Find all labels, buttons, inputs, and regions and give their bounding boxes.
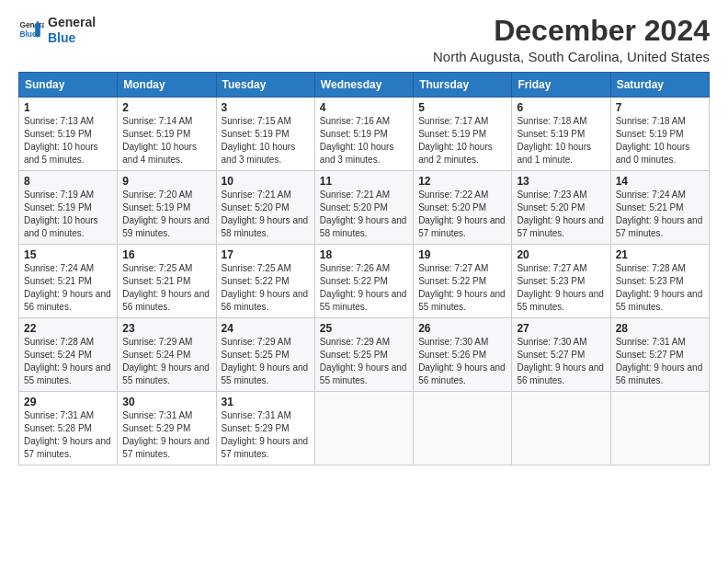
- day-number: 28: [616, 322, 704, 335]
- calendar-cell: 4Sunrise: 7:16 AMSunset: 5:19 PMDaylight…: [314, 98, 413, 171]
- logo-icon: General Blue: [18, 17, 44, 43]
- day-detail: Sunrise: 7:31 AMSunset: 5:29 PMDaylight:…: [222, 409, 310, 461]
- sunset-text: Sunset: 5:20 PM: [320, 201, 408, 214]
- day-detail: Sunrise: 7:31 AMSunset: 5:27 PMDaylight:…: [616, 336, 704, 387]
- header-thursday: Thursday: [414, 73, 512, 98]
- daylight-text: Daylight: 9 hours and 55 minutes.: [517, 288, 605, 314]
- daylight-text: Daylight: 9 hours and 55 minutes.: [320, 288, 408, 314]
- calendar-week-3: 15Sunrise: 7:24 AMSunset: 5:21 PMDayligh…: [19, 245, 710, 318]
- logo: General Blue GeneralBlue: [18, 15, 96, 46]
- sunset-text: Sunset: 5:29 PM: [122, 422, 210, 435]
- calendar-cell: 7Sunrise: 7:18 AMSunset: 5:19 PMDaylight…: [610, 98, 709, 171]
- calendar-cell: 31Sunrise: 7:31 AMSunset: 5:29 PMDayligh…: [216, 392, 314, 465]
- calendar-table: Sunday Monday Tuesday Wednesday Thursday…: [18, 72, 710, 465]
- sunrise-text: Sunrise: 7:29 AM: [222, 336, 310, 349]
- calendar-cell: 27Sunrise: 7:30 AMSunset: 5:27 PMDayligh…: [512, 318, 610, 392]
- sunrise-text: Sunrise: 7:29 AM: [320, 336, 408, 349]
- day-detail: Sunrise: 7:15 AMSunset: 5:19 PMDaylight:…: [222, 115, 310, 167]
- day-number: 26: [418, 322, 506, 335]
- sunrise-text: Sunrise: 7:21 AM: [222, 189, 310, 201]
- calendar-cell: 9Sunrise: 7:20 AMSunset: 5:19 PMDaylight…: [118, 171, 216, 245]
- day-detail: Sunrise: 7:25 AMSunset: 5:22 PMDaylight:…: [222, 262, 310, 314]
- sunrise-text: Sunrise: 7:31 AM: [24, 409, 112, 422]
- sunrise-text: Sunrise: 7:27 AM: [517, 262, 605, 275]
- sunset-text: Sunset: 5:19 PM: [122, 201, 210, 214]
- svg-text:Blue: Blue: [19, 29, 36, 39]
- daylight-text: Daylight: 9 hours and 55 minutes.: [418, 288, 506, 314]
- sunrise-text: Sunrise: 7:31 AM: [616, 336, 704, 349]
- calendar-week-1: 1Sunrise: 7:13 AMSunset: 5:19 PMDaylight…: [19, 98, 710, 171]
- sunset-text: Sunset: 5:20 PM: [418, 201, 506, 214]
- day-number: 24: [222, 322, 310, 335]
- sunrise-text: Sunrise: 7:23 AM: [517, 189, 605, 201]
- sunset-text: Sunset: 5:23 PM: [616, 275, 704, 288]
- sunrise-text: Sunrise: 7:22 AM: [418, 189, 506, 201]
- sunset-text: Sunset: 5:19 PM: [320, 128, 408, 141]
- day-detail: Sunrise: 7:24 AMSunset: 5:21 PMDaylight:…: [616, 189, 704, 240]
- day-number: 14: [616, 175, 704, 188]
- sunset-text: Sunset: 5:20 PM: [222, 201, 310, 214]
- day-detail: Sunrise: 7:16 AMSunset: 5:19 PMDaylight:…: [320, 115, 408, 167]
- logo-text: GeneralBlue: [48, 15, 96, 46]
- month-title: December 2024: [433, 15, 710, 47]
- sunset-text: Sunset: 5:27 PM: [517, 349, 605, 362]
- daylight-text: Daylight: 10 hours and 3 minutes.: [320, 141, 408, 167]
- calendar-cell: 29Sunrise: 7:31 AMSunset: 5:28 PMDayligh…: [19, 392, 118, 465]
- daylight-text: Daylight: 10 hours and 4 minutes.: [122, 141, 210, 167]
- day-detail: Sunrise: 7:29 AMSunset: 5:25 PMDaylight:…: [222, 336, 310, 387]
- day-detail: Sunrise: 7:27 AMSunset: 5:22 PMDaylight:…: [418, 262, 506, 314]
- day-number: 30: [122, 396, 210, 408]
- calendar-cell: 28Sunrise: 7:31 AMSunset: 5:27 PMDayligh…: [610, 318, 709, 392]
- daylight-text: Daylight: 10 hours and 5 minutes.: [24, 141, 112, 167]
- calendar-body: 1Sunrise: 7:13 AMSunset: 5:19 PMDaylight…: [19, 98, 710, 465]
- daylight-text: Daylight: 9 hours and 56 minutes.: [616, 362, 704, 387]
- sunrise-text: Sunrise: 7:25 AM: [122, 262, 210, 275]
- sunrise-text: Sunrise: 7:18 AM: [517, 115, 605, 128]
- daylight-text: Daylight: 9 hours and 58 minutes.: [320, 214, 408, 240]
- sunset-text: Sunset: 5:24 PM: [122, 349, 210, 362]
- title-block: December 2024 North Augusta, South Carol…: [433, 15, 710, 64]
- sunrise-text: Sunrise: 7:17 AM: [418, 115, 506, 128]
- calendar-cell: 30Sunrise: 7:31 AMSunset: 5:29 PMDayligh…: [118, 392, 216, 465]
- calendar-cell: 25Sunrise: 7:29 AMSunset: 5:25 PMDayligh…: [314, 318, 413, 392]
- calendar-cell: 2Sunrise: 7:14 AMSunset: 5:19 PMDaylight…: [118, 98, 216, 171]
- day-detail: Sunrise: 7:28 AMSunset: 5:24 PMDaylight:…: [24, 336, 112, 387]
- day-number: 19: [418, 248, 506, 261]
- day-detail: Sunrise: 7:24 AMSunset: 5:21 PMDaylight:…: [24, 262, 112, 314]
- day-number: 6: [517, 101, 605, 114]
- sunrise-text: Sunrise: 7:14 AM: [122, 115, 210, 128]
- calendar-cell: 8Sunrise: 7:19 AMSunset: 5:19 PMDaylight…: [19, 171, 118, 245]
- day-number: 21: [616, 248, 704, 261]
- calendar-cell: 16Sunrise: 7:25 AMSunset: 5:21 PMDayligh…: [118, 245, 216, 318]
- calendar-cell: 14Sunrise: 7:24 AMSunset: 5:21 PMDayligh…: [610, 171, 709, 245]
- sunset-text: Sunset: 5:22 PM: [418, 275, 506, 288]
- sunset-text: Sunset: 5:23 PM: [517, 275, 605, 288]
- sunset-text: Sunset: 5:25 PM: [320, 349, 408, 362]
- calendar-cell: 12Sunrise: 7:22 AMSunset: 5:20 PMDayligh…: [414, 171, 512, 245]
- day-detail: Sunrise: 7:21 AMSunset: 5:20 PMDaylight:…: [320, 189, 408, 240]
- day-number: 4: [320, 101, 408, 114]
- day-number: 3: [222, 101, 310, 114]
- sunset-text: Sunset: 5:21 PM: [122, 275, 210, 288]
- sunrise-text: Sunrise: 7:30 AM: [418, 336, 506, 349]
- sunrise-text: Sunrise: 7:13 AM: [24, 115, 112, 128]
- day-detail: Sunrise: 7:22 AMSunset: 5:20 PMDaylight:…: [418, 189, 506, 240]
- calendar-cell: 10Sunrise: 7:21 AMSunset: 5:20 PMDayligh…: [216, 171, 314, 245]
- day-number: 22: [24, 322, 112, 335]
- daylight-text: Daylight: 9 hours and 57 minutes.: [122, 435, 210, 461]
- calendar-page: General Blue GeneralBlue December 2024 N…: [0, 0, 728, 563]
- calendar-cell: 13Sunrise: 7:23 AMSunset: 5:20 PMDayligh…: [512, 171, 610, 245]
- sunrise-text: Sunrise: 7:18 AM: [616, 115, 704, 128]
- sunset-text: Sunset: 5:22 PM: [320, 275, 408, 288]
- calendar-cell: [414, 392, 512, 465]
- sunset-text: Sunset: 5:19 PM: [24, 201, 112, 214]
- day-detail: Sunrise: 7:18 AMSunset: 5:19 PMDaylight:…: [517, 115, 605, 167]
- sunset-text: Sunset: 5:24 PM: [24, 349, 112, 362]
- calendar-week-4: 22Sunrise: 7:28 AMSunset: 5:24 PMDayligh…: [19, 318, 710, 392]
- day-number: 9: [122, 175, 210, 188]
- calendar-cell: 22Sunrise: 7:28 AMSunset: 5:24 PMDayligh…: [19, 318, 118, 392]
- daylight-text: Daylight: 9 hours and 56 minutes.: [418, 362, 506, 387]
- day-detail: Sunrise: 7:23 AMSunset: 5:20 PMDaylight:…: [517, 189, 605, 240]
- header: General Blue GeneralBlue December 2024 N…: [18, 15, 710, 64]
- calendar-week-5: 29Sunrise: 7:31 AMSunset: 5:28 PMDayligh…: [19, 392, 710, 465]
